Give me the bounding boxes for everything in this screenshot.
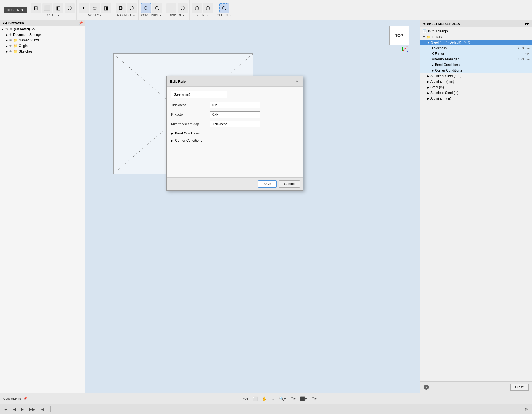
browser-item-namedviews[interactable]: ▶ 👁 📁 Named Views: [0, 37, 85, 43]
inspect-label[interactable]: INSPECT ▼: [169, 14, 185, 17]
smr-tree: 📄 In this design ▼ 📁 Library ▼ Steel (mm…: [420, 27, 532, 381]
snap-icon[interactable]: ⊙▾: [242, 396, 249, 401]
view-cube[interactable]: TOP: [389, 26, 409, 45]
smr-item-stainless-in[interactable]: ▶ Stainless Steel (in): [420, 90, 532, 96]
browser-pin-icon[interactable]: 📌: [79, 21, 83, 25]
modify-label[interactable]: MODIFY ▼: [88, 14, 102, 17]
smr-label-aluminum-mm: Aluminum (mm): [430, 80, 530, 84]
smr-pin-icon[interactable]: ▶▶: [525, 22, 529, 25]
svg-text:Y: Y: [406, 45, 408, 48]
design-chevron: ▼: [21, 8, 24, 12]
bend-conditions-row[interactable]: ▶ Bend Conditions: [171, 130, 299, 136]
copy-icon[interactable]: ⧉: [468, 41, 470, 44]
insert-icon-1[interactable]: ⬡: [192, 3, 202, 13]
assemble-icons: ⚙ ⬡: [116, 3, 137, 13]
thickness-input[interactable]: [210, 102, 260, 108]
thickness-row: Thickness: [171, 102, 299, 108]
browser-collapse-icon[interactable]: ◀◀: [2, 22, 7, 25]
bend-cond-chevron-icon: ▶: [432, 63, 434, 67]
insert-icon-2[interactable]: ⬡: [203, 3, 213, 13]
smr-item-steel-in[interactable]: ▶ Steel (in): [420, 84, 532, 90]
assemble-icon-1[interactable]: ⚙: [116, 3, 126, 13]
create-icon-3[interactable]: ◧: [53, 3, 63, 13]
display-icon1[interactable]: ⬡▾: [289, 396, 297, 401]
steel-in-chevron-icon: ▶: [427, 86, 429, 89]
inspect-icons: ⊢ ⬡: [166, 3, 188, 13]
miter-input[interactable]: [210, 121, 260, 127]
select-label[interactable]: SELECT ▼: [217, 14, 232, 17]
smr-item-stainless-mm[interactable]: ▶ Stainless Steel (mm): [420, 73, 532, 79]
save-button[interactable]: Save: [258, 180, 276, 188]
modify-icon-3[interactable]: ◨: [101, 3, 111, 13]
playback-start-icon[interactable]: ⏮: [3, 406, 9, 412]
root-settings-icon[interactable]: ⚙: [32, 27, 35, 31]
smr-label-steel-mm: Steel (mm) (Default): [431, 41, 461, 44]
cancel-button[interactable]: Cancel: [279, 180, 300, 188]
root-label: (Unsaved): [14, 27, 30, 31]
grid-icon[interactable]: ⬜: [252, 396, 259, 401]
browser-item-sketches[interactable]: ▶ 👁 📁 Sketches: [0, 49, 85, 54]
tree-expand-namedviews[interactable]: ▶: [6, 39, 8, 42]
smr-item-corner-cond[interactable]: ▶ Corner Conditions: [420, 68, 532, 73]
assemble-label[interactable]: ASSEMBLE ▼: [117, 14, 135, 17]
create-label[interactable]: CREATE ▼: [46, 14, 60, 17]
tree-expand-origin[interactable]: ▶: [6, 44, 8, 48]
playback-forward-icon[interactable]: ▶▶: [28, 406, 36, 412]
smr-collapse-icon[interactable]: ◀: [423, 22, 425, 25]
tree-expand-sketches[interactable]: ▶: [6, 50, 8, 53]
rule-name-input[interactable]: [171, 91, 227, 98]
edit-pencil-icon[interactable]: ✎: [464, 41, 467, 44]
settings-icon[interactable]: ⚙: [523, 406, 529, 412]
modify-group: ✦ ⬭ ◨ MODIFY ▼: [77, 0, 113, 20]
smr-item-library[interactable]: ▼ 📁 Library: [420, 34, 532, 40]
orbit-icon[interactable]: ⊕: [270, 396, 276, 401]
create-icon-1[interactable]: ⊞: [31, 3, 41, 13]
corner-conditions-row[interactable]: ▶ Corner Conditions: [171, 138, 299, 144]
zoom-icon[interactable]: 🔍▾: [278, 396, 287, 401]
browser-item-docsettings[interactable]: ▶ ⚙ Document Settings: [0, 32, 85, 37]
eye-icon-namedviews[interactable]: 👁: [9, 38, 12, 42]
tree-expand-docsettings[interactable]: ▶: [6, 33, 8, 36]
construct-label[interactable]: CONSTRUCT ▼: [141, 14, 162, 17]
smr-item-steel-mm[interactable]: ▼ Steel (mm) (Default) ✎ ⧉: [420, 40, 532, 45]
inspect-icon-1[interactable]: ⊢: [166, 3, 176, 13]
comments-pin-icon[interactable]: 📌: [23, 397, 27, 400]
display-icon2[interactable]: ⬛▾: [299, 396, 308, 401]
playback-end-icon[interactable]: ⏭: [39, 406, 45, 412]
corner-cond-chevron-icon: ▶: [432, 69, 434, 72]
assemble-icon-2[interactable]: ⬡: [127, 3, 137, 13]
smr-item-bend-cond[interactable]: ▶ Bend Conditions: [420, 62, 532, 68]
eye-icon-sketches[interactable]: 👁: [9, 49, 12, 53]
smr-item-aluminum-mm[interactable]: ▶ Aluminum (mm): [420, 79, 532, 84]
playback-play-icon[interactable]: ▶: [20, 406, 25, 412]
pan-icon[interactable]: ✋: [261, 396, 268, 401]
insert-label[interactable]: INSERT ▼: [196, 14, 209, 17]
browser-panel: ◀◀ BROWSER 📌 ▼ 👁 ⚙ (Unsaved) ⚙ ▶ ⚙ Docum…: [0, 20, 85, 393]
eye-icon-origin[interactable]: 👁: [9, 44, 12, 48]
display-icon3[interactable]: ⬡▾: [310, 396, 318, 401]
kfactor-label: K Factor: [171, 113, 208, 117]
construct-icon-2[interactable]: ⬡: [152, 3, 162, 13]
create-icon-4[interactable]: ⬡: [65, 3, 75, 13]
smr-item-inthisdesign[interactable]: 📄 In this design: [420, 29, 532, 34]
playback-back-icon[interactable]: ◀: [12, 406, 17, 412]
dialog-close-button[interactable]: ×: [294, 79, 300, 84]
canvas-area[interactable]: TOP Y Z X Edit Rule ×: [85, 20, 420, 393]
construct-icon-1[interactable]: ✥: [141, 3, 151, 13]
smr-item-aluminum-in[interactable]: ▶ Aluminum (in): [420, 96, 532, 101]
browser-item-root[interactable]: ▼ 👁 ⚙ (Unsaved) ⚙: [0, 26, 85, 32]
inspect-icon-2[interactable]: ⬡: [178, 3, 188, 13]
design-button[interactable]: DESIGN ▼: [4, 7, 27, 13]
browser-item-origin[interactable]: ▶ 👁 📁 Origin: [0, 43, 85, 49]
create-icon-2[interactable]: ⬜: [42, 3, 52, 13]
library-folder-icon: 📁: [427, 35, 431, 39]
modify-icon-1[interactable]: ✦: [79, 3, 89, 13]
smr-close-button[interactable]: Close: [510, 384, 529, 391]
info-icon[interactable]: i: [424, 385, 429, 390]
select-icon-1[interactable]: ⬡: [219, 3, 229, 13]
kfactor-input[interactable]: [210, 111, 260, 118]
eye-icon-root[interactable]: 👁: [5, 27, 8, 31]
tree-expand-root[interactable]: ▼: [1, 28, 4, 31]
modify-icon-2[interactable]: ⬭: [90, 3, 100, 13]
axis-indicator: Y Z X: [397, 45, 408, 57]
